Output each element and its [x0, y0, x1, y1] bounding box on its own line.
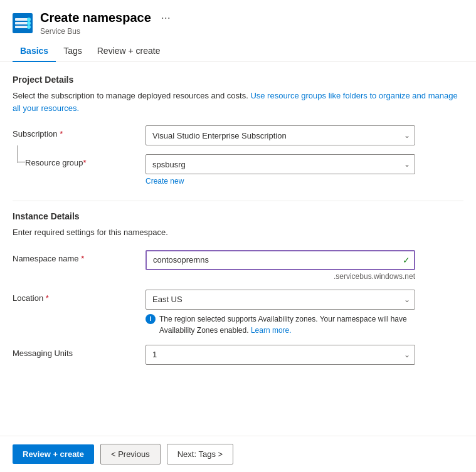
project-details-title: Project Details	[13, 75, 463, 85]
svg-point-4	[27, 18, 31, 21]
subscription-dropdown-wrap: Visual Studio Enterprise Subscription ⌄	[145, 125, 415, 145]
svg-point-5	[27, 21, 31, 25]
subscription-label: Subscription *	[13, 125, 138, 139]
service-bus-icon	[13, 13, 33, 33]
learn-more-link[interactable]: Learn more.	[251, 326, 292, 335]
namespace-name-input-wrap: ✓ .servicebus.windows.net	[145, 250, 415, 281]
messaging-units-field-row: Messaging Units 1 ⌄	[13, 345, 463, 365]
tab-review-create[interactable]: Review + create	[90, 41, 168, 62]
namespace-name-input-container: ✓	[145, 250, 415, 270]
resource-group-label: Resource group *	[13, 154, 138, 167]
namespace-name-required-marker: *	[81, 254, 84, 263]
tab-tags[interactable]: Tags	[56, 41, 90, 62]
namespace-name-label: Namespace name *	[13, 250, 138, 263]
tab-basics[interactable]: Basics	[13, 41, 56, 62]
messaging-units-input-wrap: 1 ⌄	[145, 345, 415, 365]
project-details-section: Project Details Select the subscription …	[13, 75, 463, 186]
review-create-button[interactable]: Review + create	[13, 444, 94, 464]
location-info-text: The region selected supports Availabilit…	[159, 313, 415, 336]
page-subtitle: Service Bus	[40, 27, 463, 36]
svg-point-6	[27, 25, 31, 29]
page-header: Create namespace ··· Service Bus	[0, 0, 476, 41]
tab-bar: Basics Tags Review + create	[0, 41, 476, 62]
location-label: Location *	[13, 290, 138, 303]
resource-group-required-marker: *	[83, 158, 87, 167]
instance-details-section: Instance Details Enter required settings…	[13, 211, 463, 365]
messaging-units-dropdown-wrap: 1 ⌄	[145, 345, 415, 365]
namespace-suffix: .servicebus.windows.net	[145, 272, 415, 281]
subscription-dropdown[interactable]: Visual Studio Enterprise Subscription	[145, 125, 415, 145]
subscription-field-row: Subscription * Visual Studio Enterprise …	[13, 125, 463, 145]
create-new-resource-group-link[interactable]: Create new	[145, 177, 184, 186]
info-icon: i	[145, 314, 156, 324]
page-title: Create namespace ···	[40, 10, 463, 26]
location-field-row: Location * East US ⌄ i The region select…	[13, 290, 463, 336]
location-dropdown[interactable]: East US	[145, 290, 415, 310]
ellipsis-button[interactable]: ···	[157, 10, 174, 26]
namespace-name-field-row: Namespace name * ✓ .servicebus.windows.n…	[13, 250, 463, 281]
location-dropdown-wrap: East US ⌄	[145, 290, 415, 310]
location-required-marker: *	[46, 293, 49, 303]
resource-group-label-wrap: Resource group *	[13, 154, 138, 167]
header-text-block: Create namespace ··· Service Bus	[40, 10, 463, 36]
resource-group-dropdown[interactable]: spsbusrg	[145, 154, 415, 174]
resource-group-input-wrap: spsbusrg ⌄ Create new	[145, 154, 415, 186]
subscription-input-wrap: Visual Studio Enterprise Subscription ⌄	[145, 125, 415, 145]
next-button[interactable]: Next: Tags >	[167, 444, 233, 464]
main-content: Project Details Select the subscription …	[0, 75, 476, 430]
resource-group-dropdown-wrap: spsbusrg ⌄	[145, 154, 415, 174]
location-info-box: i The region selected supports Availabil…	[145, 313, 415, 336]
namespace-name-input[interactable]	[145, 250, 415, 270]
resource-group-field-row: Resource group * spsbusrg ⌄ Create new	[13, 154, 463, 186]
messaging-units-dropdown[interactable]: 1	[145, 345, 415, 365]
instance-details-title: Instance Details	[13, 211, 463, 221]
project-details-desc: Select the subscription to manage deploy…	[13, 90, 463, 114]
previous-button[interactable]: < Previous	[100, 444, 161, 464]
messaging-units-label: Messaging Units	[13, 345, 138, 358]
location-input-wrap: East US ⌄ i The region selected supports…	[145, 290, 415, 336]
subscription-required-marker: *	[60, 129, 63, 139]
instance-details-desc: Enter required settings for this namespa…	[13, 226, 463, 239]
section-divider	[13, 201, 463, 201]
footer-bar: Review + create < Previous Next: Tags >	[0, 436, 476, 472]
